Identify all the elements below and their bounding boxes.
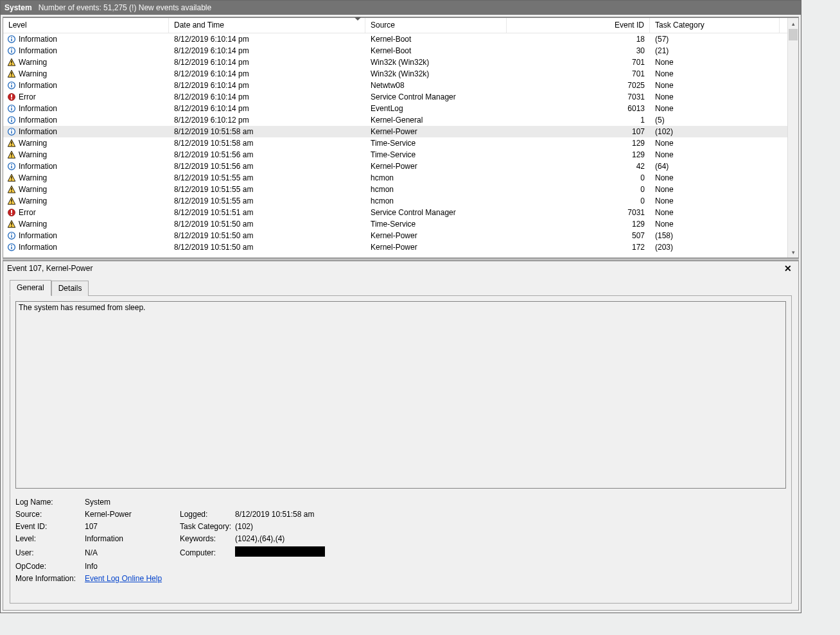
table-row[interactable]: Warning8/12/2019 10:51:50 amTime-Service… [3, 218, 798, 230]
cell-source: hcmon [365, 184, 507, 195]
event-log-help-link[interactable]: Event Log Online Help [85, 574, 162, 583]
event-properties: Log Name: System Source: Kernel-Power Lo… [15, 498, 786, 583]
scroll-up-icon[interactable]: ▴ [788, 18, 798, 29]
tab-general-content: The system has resumed from sleep. Log N… [10, 295, 792, 604]
cell-level: Information [3, 103, 169, 114]
cell-level-text: Error [19, 91, 36, 103]
table-row[interactable]: Warning8/12/2019 10:51:56 amTime-Service… [3, 149, 798, 161]
col-date[interactable]: Date and Time [169, 18, 365, 33]
cell-level-text: Information [19, 33, 57, 45]
cell-level: Warning [3, 218, 169, 230]
cell-task-category: None [650, 195, 780, 207]
col-event-id[interactable]: Event ID [507, 18, 650, 33]
close-icon[interactable]: ✕ [782, 261, 794, 275]
cell-source: Time-Service [365, 149, 507, 161]
cell-task-category: None [650, 137, 780, 149]
col-task-category[interactable]: Task Category [650, 18, 780, 33]
table-row[interactable]: Information8/12/2019 6:10:14 pmKernel-Bo… [3, 45, 798, 57]
grid-body[interactable]: Information8/12/2019 6:10:14 pmKernel-Bo… [3, 33, 798, 257]
vertical-scrollbar[interactable]: ▴ ▾ [787, 18, 798, 257]
cell-task-category: None [650, 149, 780, 161]
svg-rect-44 [11, 203, 12, 204]
tab-general[interactable]: General [10, 280, 51, 296]
svg-rect-28 [11, 141, 12, 144]
info-icon [7, 231, 16, 240]
table-row[interactable]: Warning8/12/2019 6:10:14 pmWin32k (Win32… [3, 57, 798, 68]
detail-tabs: General Details [3, 275, 798, 295]
cell-level-text: Warning [19, 68, 47, 80]
cell-event-id: 42 [507, 161, 650, 172]
cell-task-category: None [650, 218, 780, 230]
val-opcode: Info [85, 562, 428, 571]
svg-rect-22 [11, 119, 12, 122]
scroll-thumb[interactable] [789, 29, 798, 40]
table-row[interactable]: Information8/12/2019 6:10:14 pmNetwtw087… [3, 80, 798, 91]
svg-rect-29 [11, 145, 12, 146]
scroll-track[interactable] [788, 29, 798, 247]
svg-rect-13 [11, 85, 12, 87]
lbl-keywords: Keywords: [180, 534, 234, 543]
redacted-computer [235, 546, 325, 557]
lbl-logged: Logged: [180, 510, 234, 519]
svg-rect-7 [11, 60, 12, 63]
cell-task-category: None [650, 80, 780, 91]
cell-task-category: None [650, 172, 780, 184]
event-description[interactable]: The system has resumed from sleep. [15, 301, 786, 489]
cell-date: 8/12/2019 6:10:14 pm [169, 103, 365, 114]
col-level[interactable]: Level [3, 18, 169, 33]
cell-event-id: 1 [507, 114, 650, 126]
table-row[interactable]: Warning8/12/2019 6:10:14 pmWin32k (Win32… [3, 68, 798, 80]
scroll-down-icon[interactable]: ▾ [788, 247, 798, 257]
table-row[interactable]: Warning8/12/2019 10:51:55 amhcmon0None [3, 172, 798, 184]
cell-event-id: 0 [507, 172, 650, 184]
cell-task-category: (64) [650, 161, 780, 172]
table-row[interactable]: Information8/12/2019 10:51:56 amKernel-P… [3, 161, 798, 172]
cell-level: Warning [3, 149, 169, 161]
cell-source: Time-Service [365, 218, 507, 230]
table-row[interactable]: Warning8/12/2019 10:51:55 amhcmon0None [3, 184, 798, 195]
svg-rect-8 [11, 64, 12, 65]
table-row[interactable]: Information8/12/2019 6:10:14 pmKernel-Bo… [3, 33, 798, 45]
warn-icon [7, 173, 16, 182]
info-icon [7, 46, 16, 55]
cell-date: 8/12/2019 10:51:55 am [169, 195, 365, 207]
cell-date: 8/12/2019 10:51:50 am [169, 241, 365, 253]
cell-date: 8/12/2019 10:51:56 am [169, 161, 365, 172]
table-row[interactable]: Information8/12/2019 10:51:50 amKernel-P… [3, 241, 798, 253]
cell-date: 8/12/2019 6:10:14 pm [169, 45, 365, 57]
table-row[interactable]: Warning8/12/2019 10:51:55 amhcmon0None [3, 195, 798, 207]
val-keywords: (1024),(64),(4) [235, 534, 428, 543]
svg-rect-23 [11, 118, 12, 119]
warn-icon [7, 196, 16, 205]
val-event-id: 107 [85, 522, 179, 531]
table-row[interactable]: Information8/12/2019 10:51:50 amKernel-P… [3, 230, 798, 241]
table-row[interactable]: Error8/12/2019 10:51:51 amService Contro… [3, 207, 798, 218]
table-row[interactable]: Information8/12/2019 10:51:58 amKernel-P… [3, 126, 798, 137]
col-source[interactable]: Source [365, 18, 507, 33]
table-row[interactable]: Warning8/12/2019 10:51:58 amTime-Service… [3, 137, 798, 149]
table-row[interactable]: Information8/12/2019 6:10:14 pmEventLog6… [3, 103, 798, 114]
cell-level: Information [3, 161, 169, 172]
svg-rect-55 [11, 247, 12, 249]
log-titlebar: System Number of events: 51,275 (!) New … [1, 1, 801, 15]
table-row[interactable]: Information8/12/2019 6:10:12 pmKernel-Ge… [3, 114, 798, 126]
table-row[interactable]: Error8/12/2019 6:10:14 pmService Control… [3, 91, 798, 103]
cell-event-id: 30 [507, 45, 650, 57]
warn-icon [7, 150, 16, 159]
cell-level-text: Warning [19, 57, 47, 68]
cell-source: EventLog [365, 103, 507, 114]
cell-level-text: Information [19, 45, 57, 57]
val-computer [235, 546, 428, 559]
cell-level-text: Warning [19, 184, 47, 195]
cell-task-category: (203) [650, 241, 780, 253]
cell-date: 8/12/2019 6:10:12 pm [169, 114, 365, 126]
svg-rect-20 [11, 107, 12, 108]
cell-date: 8/12/2019 6:10:14 pm [169, 68, 365, 80]
lbl-log-name: Log Name: [15, 498, 83, 507]
val-source: Kernel-Power [85, 510, 179, 519]
cell-level-text: Warning [19, 195, 47, 207]
tab-details[interactable]: Details [51, 281, 89, 296]
svg-rect-14 [11, 83, 12, 85]
warn-icon [7, 58, 16, 67]
val-more-info: Event Log Online Help [85, 574, 428, 583]
